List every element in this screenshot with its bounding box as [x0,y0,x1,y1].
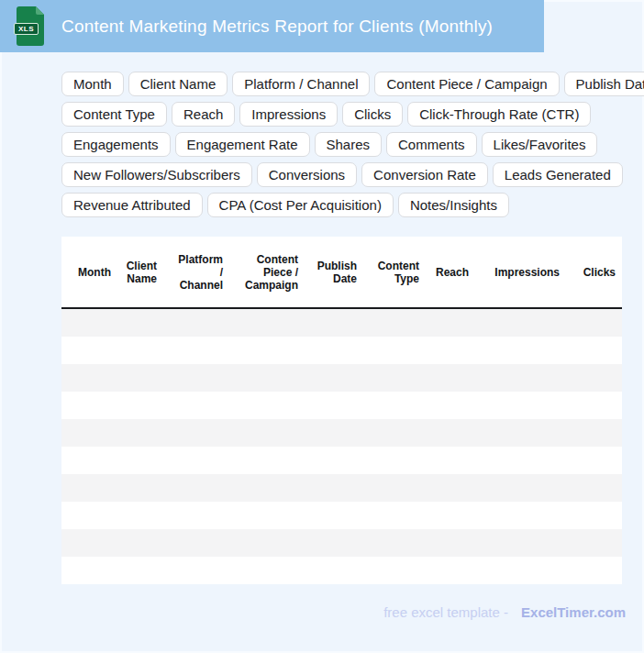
header-line: / [220,266,223,279]
tag-reach[interactable]: Reach [172,102,235,127]
tag-client-name[interactable]: Client Name [128,72,228,96]
header-line: Piece / [263,266,298,279]
tag-conversions[interactable]: Conversions [257,162,357,187]
tag-impressions[interactable]: Impressions [239,102,338,127]
table-row [61,337,622,364]
header-line: Date [333,272,357,285]
tag-notes-insights[interactable]: Notes/Insights [398,193,509,217]
tag-content-type[interactable]: Content Type [61,102,167,127]
table-row [61,364,622,392]
page: Content Marketing Metrics Report for Cli… [0,0,644,653]
header-line: Name [127,272,157,285]
xls-badge: XLS [14,23,39,35]
table-body [61,309,622,584]
header-line: Channel [180,279,223,292]
tag-row-4: New Followers/Subscribers Conversions Co… [61,162,638,187]
footer: free excel template -ExcelTimer.com [383,603,626,622]
table-row [61,392,622,419]
metric-tags-section: Month Client Name Platform / Channel Con… [61,72,638,223]
table-row [61,474,622,502]
tag-comments[interactable]: Comments [386,132,477,157]
table-row [61,557,622,584]
page-title: Content Marketing Metrics Report for Cli… [61,0,493,52]
brand-link[interactable]: ExcelTimer.com [521,604,626,620]
col-header-reach: Reach [426,237,475,307]
tag-click-through-rate[interactable]: Click-Through Rate (CTR) [407,102,591,127]
tag-month[interactable]: Month [61,72,124,96]
tag-publish-date[interactable]: Publish Date [564,72,644,96]
tag-leads-generated[interactable]: Leads Generated [493,162,623,187]
tag-revenue-attributed[interactable]: Revenue Attributed [61,193,203,217]
header-bar: Content Marketing Metrics Report for Cli… [0,0,544,52]
tag-engagement-rate[interactable]: Engagement Rate [175,132,310,157]
table-row [61,309,622,337]
header-line: Type [394,272,419,285]
footer-text: free excel template - [383,604,508,620]
header-line: Reach [436,266,469,279]
header-line: Content [257,253,298,266]
tag-new-followers-subscribers[interactable]: New Followers/Subscribers [61,162,252,187]
header-line: Clicks [583,266,616,279]
tag-engagements[interactable]: Engagements [61,132,171,157]
table-row [61,447,622,474]
col-header-clicks: Clicks [566,237,622,307]
tag-shares[interactable]: Shares [315,132,383,157]
tag-cpa[interactable]: CPA (Cost Per Acquisition) [207,193,394,217]
header-line: Client [127,260,157,272]
tag-clicks[interactable]: Clicks [342,102,403,127]
col-header-impressions: Impressions [475,237,566,307]
header-line: Platform [178,253,223,266]
header-line: Impressions [494,266,560,279]
tag-row-2: Content Type Reach Impressions Clicks Cl… [61,102,638,127]
col-header-publish-date: Publish Date [305,237,363,307]
col-header-month: Month [61,237,117,307]
tag-conversion-rate[interactable]: Conversion Rate [361,162,488,187]
table-header-row: Month Client Name Platform / Channel Con… [61,237,622,309]
tag-row-1: Month Client Name Platform / Channel Con… [61,72,638,96]
tag-platform-channel[interactable]: Platform / Channel [232,72,370,96]
col-header-content-type: Content Type [363,237,426,307]
tag-row-3: Engagements Engagement Rate Shares Comme… [61,132,638,157]
table-row [61,529,622,557]
xls-file-icon: XLS [17,6,44,46]
header-line: Content [378,260,419,272]
header-line: Publish [317,260,357,272]
tag-row-5: Revenue Attributed CPA (Cost Per Acquisi… [61,193,638,217]
col-header-platform-channel: Platform / Channel [163,237,229,307]
tag-likes-favorites[interactable]: Likes/Favorites [482,132,598,157]
col-header-content-piece-campaign: Content Piece / Campaign [229,237,305,307]
table-row [61,502,622,529]
table-row [61,419,622,447]
tag-content-piece-campaign[interactable]: Content Piece / Campaign [374,72,559,96]
header-line: Campaign [245,279,298,292]
col-header-client-name: Client Name [117,237,163,307]
header-line: Month [78,266,111,279]
